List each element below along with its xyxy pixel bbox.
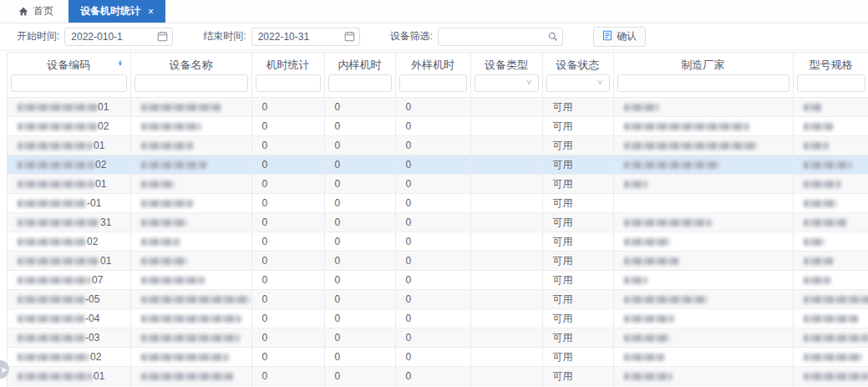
device-status-cell: 可用 <box>542 271 613 290</box>
column-filter-input[interactable] <box>797 74 865 92</box>
device-code-suffix: 01 <box>100 255 111 267</box>
redacted-text <box>18 296 84 303</box>
table-row[interactable]: 01000可用 <box>8 98 868 117</box>
column-filter-select[interactable] <box>546 74 610 92</box>
device-name-cell <box>130 117 251 136</box>
model-spec-cell <box>793 348 868 367</box>
device-status-cell: 可用 <box>542 309 613 328</box>
tab-active[interactable]: 设备机时统计 × <box>69 0 165 23</box>
column-filter-input[interactable] <box>256 74 321 92</box>
manufacturer-cell <box>613 175 793 194</box>
device-status-cell: 可用 <box>542 252 613 271</box>
table-row[interactable]: 07000可用 <box>8 271 868 290</box>
table-row[interactable]: 31000可用 <box>8 213 868 232</box>
device-name-cell <box>130 194 251 213</box>
table-row[interactable]: 01000可用 <box>8 367 868 386</box>
redacted-text <box>624 373 673 380</box>
table-row[interactable]: 01000可用 <box>8 252 868 271</box>
redacted-text <box>141 315 241 323</box>
redacted-text <box>18 104 97 111</box>
calendar-icon[interactable] <box>157 31 168 44</box>
device-name-cell <box>130 328 251 348</box>
device-code-suffix: 02 <box>90 351 101 363</box>
table-row[interactable]: 01000可用 <box>8 136 868 155</box>
machine-hours-cell: 0 <box>251 136 324 155</box>
redacted-text <box>141 277 205 284</box>
device-name-cell <box>130 309 251 328</box>
inner-sample-hours-cell: 0 <box>324 117 395 136</box>
table-row[interactable]: 02000可用 <box>8 117 868 136</box>
device-type-cell <box>470 271 542 290</box>
device-code-cell: 01 <box>8 98 130 117</box>
column-header-label: 设备类型 <box>475 56 539 74</box>
column-header-label: 外样机时 <box>399 56 467 74</box>
manufacturer-cell <box>613 271 793 290</box>
table-row[interactable]: -04000可用 <box>8 309 868 328</box>
redacted-text <box>624 277 647 284</box>
table-row[interactable]: -05000可用 <box>8 290 868 309</box>
device-code-cell: 01 <box>8 367 130 386</box>
device-filter-input[interactable] <box>438 28 563 46</box>
device-code-cell: 31 <box>8 213 130 232</box>
table-row[interactable]: -03000可用 <box>8 328 868 348</box>
column-filter-input[interactable] <box>399 74 467 92</box>
device-name-cell <box>130 136 251 155</box>
redacted-text <box>18 373 93 380</box>
column-filter-input[interactable] <box>617 74 789 92</box>
confirm-doc-icon <box>602 30 612 43</box>
redacted-text <box>18 123 97 130</box>
redacted-text <box>18 334 84 342</box>
column-filter-input[interactable] <box>135 74 248 92</box>
table-row[interactable]: 02000可用 <box>8 348 868 367</box>
redacted-text <box>141 354 229 361</box>
table-row[interactable]: -01000可用 <box>8 194 868 213</box>
column-filter-select[interactable] <box>475 74 539 92</box>
machine-hours-cell: 0 <box>251 309 324 328</box>
device-code-cell: 01 <box>8 252 130 271</box>
table-row[interactable]: 02000可用 <box>8 232 868 252</box>
device-code-suffix: 02 <box>87 236 98 247</box>
redacted-text <box>141 123 201 130</box>
redacted-text <box>804 315 858 323</box>
outer-sample-hours-cell: 0 <box>395 290 470 309</box>
device-code-cell: -05 <box>8 290 130 309</box>
redacted-text <box>804 257 833 265</box>
confirm-button-label: 确认 <box>617 29 637 43</box>
machine-hours-cell: 0 <box>251 194 324 213</box>
tab-close-icon[interactable]: × <box>148 7 154 17</box>
outer-sample-hours-cell: 0 <box>395 252 470 271</box>
device-code-suffix: 02 <box>98 120 109 132</box>
device-name-cell <box>130 232 251 252</box>
device-code-suffix: 01 <box>98 101 109 113</box>
column-filter-input[interactable] <box>328 74 392 92</box>
device-type-cell <box>470 290 542 309</box>
redacted-text <box>18 142 93 150</box>
machine-hours-cell: 0 <box>251 252 324 271</box>
table-row[interactable]: 02000可用 <box>8 155 868 175</box>
device-code-suffix: 01 <box>95 178 106 190</box>
device-type-cell <box>470 328 542 348</box>
device-search-icon[interactable] <box>547 31 558 44</box>
device-name-cell <box>130 175 251 194</box>
sort-caret-icon[interactable]: ▲▼ <box>117 59 124 66</box>
redacted-text <box>18 315 84 323</box>
redacted-text <box>18 219 99 227</box>
device-type-cell <box>470 213 542 232</box>
machine-hours-cell: 0 <box>251 290 324 309</box>
device-code-suffix: 31 <box>100 216 111 228</box>
outer-sample-hours-cell: 0 <box>395 367 470 386</box>
device-code-suffix: 01 <box>94 370 104 382</box>
tab-home[interactable]: 首页 <box>0 0 69 23</box>
machine-hours-cell: 0 <box>251 367 324 386</box>
inner-sample-hours-cell: 0 <box>324 271 395 290</box>
model-spec-cell <box>793 309 868 328</box>
table-row[interactable]: 01000可用 <box>8 175 868 194</box>
confirm-button[interactable]: 确认 <box>593 27 646 47</box>
redacted-text <box>624 296 708 303</box>
redacted-text <box>141 219 187 227</box>
redacted-text <box>141 104 221 111</box>
column-filter-input[interactable] <box>11 74 127 92</box>
calendar-icon[interactable] <box>344 31 355 44</box>
model-spec-cell <box>793 117 868 136</box>
redacted-text <box>141 296 250 303</box>
